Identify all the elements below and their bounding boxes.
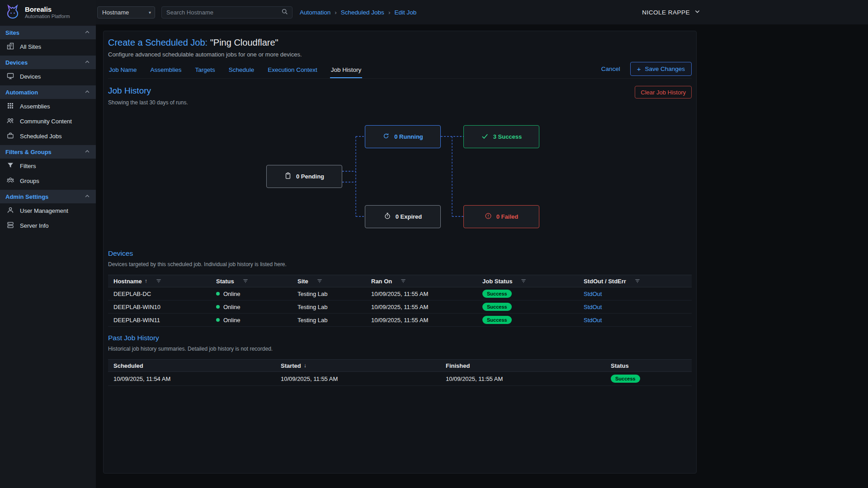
page-title-prefix: Create a Scheduled Job: — [108, 38, 208, 47]
sidebar-item-community-content[interactable]: Community Content — [0, 114, 96, 129]
tab-job-history[interactable]: Job History — [330, 61, 363, 78]
sidebar-item-label: Groups — [20, 178, 39, 184]
clipboard-icon — [284, 172, 292, 181]
monitor-icon — [6, 72, 14, 81]
user-menu[interactable]: NICOLE RAPPE — [642, 8, 701, 16]
sidebar-section-automation[interactable]: Automation — [0, 85, 96, 99]
sidebar: Borealis Automation Platform Sites All S… — [0, 0, 96, 488]
filter-icon[interactable] — [242, 278, 249, 284]
column-scheduled[interactable]: Scheduled — [113, 362, 143, 369]
sidebar-item-server-info[interactable]: Server Info — [0, 218, 96, 233]
column-status[interactable]: Status — [611, 362, 629, 369]
tab-execution-context[interactable]: Execution Context — [267, 61, 318, 78]
stdout-link[interactable]: StdOut — [584, 291, 602, 297]
filter-icon[interactable] — [156, 278, 162, 284]
column-status[interactable]: Status — [216, 278, 234, 285]
hostname-select-value: Hostname — [102, 9, 129, 16]
cell-finished: 10/09/2025, 11:55 AM — [440, 375, 605, 382]
save-changes-label: Save Changes — [645, 66, 685, 72]
filter-icon[interactable] — [520, 278, 527, 284]
flow-box-running[interactable]: 0 Running — [365, 125, 441, 148]
breadcrumb-edit-job[interactable]: Edit Job — [394, 9, 416, 16]
cancel-button[interactable]: Cancel — [601, 66, 620, 72]
timer-icon — [384, 212, 391, 221]
hostname-select[interactable]: Hostname ▾ — [97, 6, 155, 19]
groups-icon — [6, 176, 14, 186]
job-history-subheading: Showing the last 30 days of runs. — [108, 99, 188, 106]
filter-icon[interactable] — [316, 278, 323, 284]
sidebar-item-assemblies[interactable]: Assemblies — [0, 99, 96, 114]
chevron-up-icon — [84, 29, 90, 37]
online-status-dot — [216, 292, 220, 296]
clear-job-history-button[interactable]: Clear Job History — [635, 86, 692, 99]
column-finished[interactable]: Finished — [446, 362, 470, 369]
cell-site: Testing Lab — [292, 291, 366, 297]
column-job-status[interactable]: Job Status — [482, 278, 512, 285]
breadcrumb-separator: › — [335, 9, 337, 16]
cell-site: Testing Lab — [292, 317, 366, 324]
sidebar-section-filters-groups[interactable]: Filters & Groups — [0, 145, 96, 159]
sort-asc-icon[interactable]: ↑ — [145, 278, 147, 284]
sidebar-section-sites[interactable]: Sites — [0, 26, 96, 39]
stdout-link[interactable]: StdOut — [584, 317, 602, 324]
cell-site: Testing Lab — [292, 304, 366, 310]
cell-started: 10/09/2025, 11:55 AM — [275, 375, 440, 382]
filter-icon[interactable] — [634, 278, 641, 284]
column-site[interactable]: Site — [297, 278, 308, 285]
grid-icon — [6, 102, 14, 111]
cell-hostname: DEEPLAB-WIN11 — [108, 317, 211, 324]
people-icon — [6, 117, 14, 126]
search-input[interactable] — [166, 9, 281, 16]
sort-desc-icon[interactable]: ↓ — [304, 362, 307, 369]
flow-pending-label: 0 Pending — [296, 173, 324, 180]
sidebar-item-scheduled-jobs[interactable]: Scheduled Jobs — [0, 129, 96, 144]
flow-box-expired[interactable]: 0 Expired — [365, 205, 441, 228]
column-started[interactable]: Started — [281, 362, 301, 369]
tab-schedule[interactable]: Schedule — [228, 61, 255, 78]
user-icon — [6, 206, 14, 216]
filter-icon[interactable] — [400, 278, 406, 284]
app-root: Borealis Automation Platform Sites All S… — [0, 0, 868, 488]
sidebar-item-label: User Management — [20, 207, 68, 214]
flow-box-success[interactable]: 3 Success — [463, 125, 539, 148]
save-changes-button[interactable]: + Save Changes — [630, 62, 692, 76]
column-ran-on[interactable]: Ran On — [371, 278, 392, 285]
section-label: Devices — [5, 59, 28, 66]
stdout-link[interactable]: StdOut — [584, 304, 602, 310]
section-label: Automation — [5, 89, 38, 96]
sidebar-item-filters[interactable]: Filters — [0, 159, 96, 174]
flow-expired-label: 0 Expired — [396, 213, 422, 220]
sidebar-item-user-management[interactable]: User Management — [0, 203, 96, 218]
plus-icon: + — [637, 65, 641, 73]
tab-assemblies[interactable]: Assemblies — [150, 61, 183, 78]
search-icon[interactable] — [281, 8, 288, 17]
tab-job-name[interactable]: Job Name — [108, 61, 138, 78]
sidebar-item-all-sites[interactable]: All Sites — [0, 39, 96, 54]
tab-targets[interactable]: Targets — [194, 61, 216, 78]
status-badge: Success — [482, 290, 512, 298]
flow-box-pending[interactable]: 0 Pending — [266, 165, 342, 188]
sidebar-item-label: Devices — [20, 73, 41, 80]
sidebar-item-groups[interactable]: Groups — [0, 174, 96, 188]
breadcrumb-scheduled-jobs[interactable]: Scheduled Jobs — [341, 9, 384, 16]
sidebar-item-label: Server Info — [20, 222, 49, 229]
brand-name: Borealis — [25, 5, 70, 13]
chevron-up-icon — [84, 148, 90, 156]
flow-box-failed[interactable]: 0 Failed — [463, 205, 539, 228]
cell-scheduled: 10/09/2025, 11:54 AM — [108, 375, 275, 382]
cell-status: Online — [223, 291, 241, 297]
breadcrumb-automation[interactable]: Automation — [300, 9, 330, 16]
sidebar-item-devices[interactable]: Devices — [0, 69, 96, 84]
sidebar-section-devices[interactable]: Devices — [0, 56, 96, 69]
cell-status: Online — [223, 317, 241, 324]
column-hostname[interactable]: Hostname — [113, 278, 142, 285]
devices-description: Devices targeted by this scheduled job. … — [108, 261, 692, 267]
table-row: DEEPLAB-DC Online Testing Lab 10/09/2025… — [108, 287, 692, 300]
sidebar-section-admin-settings[interactable]: Admin Settings — [0, 190, 96, 203]
section-label: Filters & Groups — [5, 149, 52, 155]
sidebar-item-label: Assemblies — [20, 103, 50, 110]
chevron-up-icon — [84, 193, 90, 201]
tabs-bar: Job Name Assemblies Targets Schedule Exe… — [108, 61, 692, 79]
borealis-logo-icon — [5, 4, 21, 21]
column-stdout-stderr[interactable]: StdOut / StdErr — [584, 278, 626, 285]
